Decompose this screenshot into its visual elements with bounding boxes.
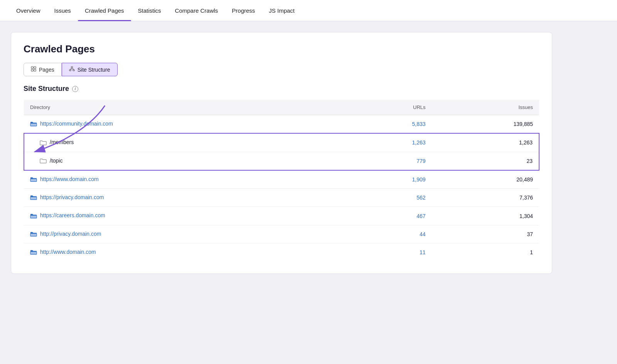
folder-open-icon [30, 176, 37, 183]
tab-pages[interactable]: Pages [24, 63, 62, 76]
col-urls: URLs [345, 100, 432, 115]
svg-rect-4 [71, 67, 72, 68]
nav-overview[interactable]: Overview [9, 0, 47, 21]
directory-link[interactable]: https://careers.domain.com [40, 212, 105, 218]
url-count-link[interactable]: 11 [420, 249, 426, 255]
folder-closed-icon [40, 158, 47, 164]
folder-open-icon [30, 121, 37, 127]
directory-label: /members [50, 139, 74, 145]
cell-urls: 44 [345, 225, 432, 243]
cell-issues: 1,304 [432, 207, 539, 225]
folder-closed-icon [40, 139, 47, 146]
cell-urls: 1,263 [345, 133, 432, 152]
nav-progress[interactable]: Progress [225, 0, 262, 21]
table-row: /topic77923 [24, 152, 539, 170]
folder-open-icon [30, 194, 37, 201]
cell-issues: 23 [432, 152, 539, 170]
table-row: http://www.domain.com111 [24, 243, 539, 262]
cell-directory: https://community.domain.com [24, 115, 345, 134]
cell-directory: https://www.domain.com [24, 170, 345, 189]
url-count-link[interactable]: 44 [420, 231, 426, 237]
cell-issues: 1 [432, 243, 539, 262]
cell-directory: /members [24, 133, 345, 152]
cell-issues: 139,885 [432, 115, 539, 134]
cell-issues: 1,263 [432, 133, 539, 152]
url-count-link[interactable]: 1,263 [412, 139, 426, 146]
svg-rect-2 [31, 69, 33, 71]
view-tabs: Pages Site Structure [24, 63, 539, 76]
cell-directory: /topic [24, 152, 345, 170]
cell-issues: 20,489 [432, 170, 539, 189]
table-row: https://www.domain.com1,90920,489 [24, 170, 539, 189]
nav-compare-crawls[interactable]: Compare Crawls [168, 0, 225, 21]
url-count-link[interactable]: 5,833 [412, 121, 426, 127]
cell-urls: 11 [345, 243, 432, 262]
table-row: https://careers.domain.com4671,304 [24, 207, 539, 225]
cell-issues: 37 [432, 225, 539, 243]
top-navigation: Overview Issues Crawled Pages Statistics… [0, 0, 617, 21]
directory-link[interactable]: https://www.domain.com [40, 176, 99, 182]
col-issues: Issues [432, 100, 539, 115]
table-row: /members1,2631,263 [24, 133, 539, 152]
main-content: Crawled Pages Pages [0, 21, 563, 285]
cell-directory: https://careers.domain.com [24, 207, 345, 225]
directory-link[interactable]: https://privacy.domain.com [40, 194, 104, 200]
table-row: https://privacy.domain.com5627,376 [24, 189, 539, 207]
svg-rect-6 [73, 70, 74, 71]
table-header-row: Directory URLs Issues [24, 100, 539, 115]
nav-js-impact[interactable]: JS Impact [262, 0, 302, 21]
url-count-link[interactable]: 467 [416, 213, 425, 219]
info-icon[interactable]: i [72, 86, 78, 92]
table-row: http://privacy.domain.com4437 [24, 225, 539, 243]
url-count-link[interactable]: 779 [416, 158, 425, 164]
nav-statistics[interactable]: Statistics [131, 0, 168, 21]
site-structure-icon [69, 66, 75, 73]
svg-rect-3 [34, 69, 36, 71]
nav-issues[interactable]: Issues [47, 0, 78, 21]
table-wrapper: Directory URLs Issues https://community.… [24, 100, 539, 261]
cell-directory: https://privacy.domain.com [24, 189, 345, 207]
nav-crawled-pages[interactable]: Crawled Pages [78, 0, 131, 21]
cell-directory: http://www.domain.com [24, 243, 345, 262]
directory-label: /topic [50, 158, 62, 164]
svg-rect-0 [31, 67, 33, 69]
directory-link[interactable]: http://www.domain.com [40, 249, 96, 255]
cell-urls: 1,909 [345, 170, 432, 189]
cell-urls: 5,833 [345, 115, 432, 134]
cell-urls: 779 [345, 152, 432, 170]
folder-open-icon [30, 231, 37, 238]
directory-link[interactable]: https://community.domain.com [40, 121, 113, 127]
tab-site-structure[interactable]: Site Structure [62, 63, 118, 76]
cell-urls: 467 [345, 207, 432, 225]
svg-rect-5 [69, 70, 71, 71]
page-title: Crawled Pages [24, 43, 539, 55]
cell-directory: http://privacy.domain.com [24, 225, 345, 243]
folder-open-icon [30, 249, 37, 256]
url-count-link[interactable]: 562 [416, 195, 425, 201]
section-heading: Site Structure i [24, 85, 539, 93]
cell-issues: 7,376 [432, 189, 539, 207]
cell-urls: 562 [345, 189, 432, 207]
col-directory: Directory [24, 100, 345, 115]
pages-icon [31, 66, 36, 73]
table-row: https://community.domain.com5,833139,885 [24, 115, 539, 134]
site-structure-table: Directory URLs Issues https://community.… [24, 100, 539, 261]
url-count-link[interactable]: 1,909 [412, 176, 426, 183]
directory-link[interactable]: http://privacy.domain.com [40, 231, 101, 237]
svg-rect-1 [34, 67, 36, 69]
folder-open-icon [30, 213, 37, 220]
content-card: Crawled Pages Pages [11, 32, 552, 274]
